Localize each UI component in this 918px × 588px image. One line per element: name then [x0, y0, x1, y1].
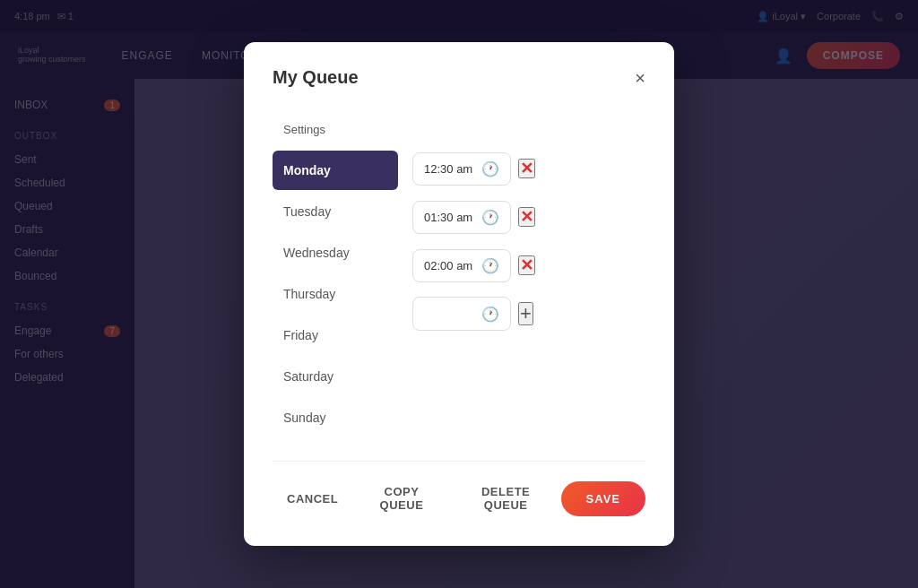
modal-body: Settings Monday Tuesday Wednesday Thursd… [273, 109, 645, 439]
remove-time-1[interactable]: ✕ [518, 159, 535, 178]
day-saturday[interactable]: Saturday [273, 357, 398, 396]
settings-label: Settings [273, 109, 398, 149]
time-row-4: 🕐 + [412, 294, 645, 333]
time-value-3: 02:00 am [424, 259, 478, 272]
time-row-1: 12:30 am 🕐 ✕ [412, 149, 645, 188]
clock-icon-4: 🕐 [481, 306, 499, 323]
times-column: 12:30 am 🕐 ✕ 01:30 am 🕐 ✕ 02:0 [398, 109, 645, 439]
clock-icon-1: 🕐 [481, 160, 499, 177]
modal-header: My Queue × [273, 67, 645, 88]
clock-icon-2: 🕐 [481, 209, 499, 226]
modal-footer: CANCEL COPY QUEUE DELETE QUEUE SAVE [273, 461, 645, 521]
time-input-2[interactable]: 01:30 am 🕐 [412, 201, 511, 234]
delete-queue-button[interactable]: DELETE QUEUE [451, 476, 561, 521]
time-value-2: 01:30 am [424, 211, 478, 224]
day-wednesday[interactable]: Wednesday [273, 233, 398, 272]
remove-time-2[interactable]: ✕ [518, 207, 535, 227]
day-tuesday[interactable]: Tuesday [273, 192, 398, 231]
modal-close-button[interactable]: × [635, 69, 645, 87]
modal-title: My Queue [273, 67, 359, 88]
day-monday[interactable]: Monday [273, 151, 398, 190]
modal-overlay: My Queue × Settings Monday Tuesday Wedne… [0, 0, 918, 588]
copy-queue-button[interactable]: COPY QUEUE [352, 476, 451, 521]
time-input-1[interactable]: 12:30 am 🕐 [412, 152, 511, 186]
my-queue-modal: My Queue × Settings Monday Tuesday Wedne… [244, 42, 674, 546]
time-input-4[interactable]: 🕐 [412, 297, 511, 331]
time-input-3[interactable]: 02:00 am 🕐 [412, 249, 511, 282]
day-sunday[interactable]: Sunday [273, 398, 398, 437]
remove-time-3[interactable]: ✕ [518, 255, 535, 275]
time-value-1: 12:30 am [424, 162, 478, 176]
cancel-button[interactable]: CANCEL [273, 483, 352, 514]
time-row-3: 02:00 am 🕐 ✕ [412, 246, 645, 285]
clock-icon-3: 🕐 [481, 257, 499, 274]
add-time-button[interactable]: + [518, 302, 533, 325]
save-button[interactable]: SAVE [561, 481, 645, 516]
time-row-2: 01:30 am 🕐 ✕ [412, 197, 645, 237]
day-friday[interactable]: Friday [273, 316, 398, 355]
days-column: Settings Monday Tuesday Wednesday Thursd… [273, 109, 398, 439]
day-thursday[interactable]: Thursday [273, 274, 398, 314]
